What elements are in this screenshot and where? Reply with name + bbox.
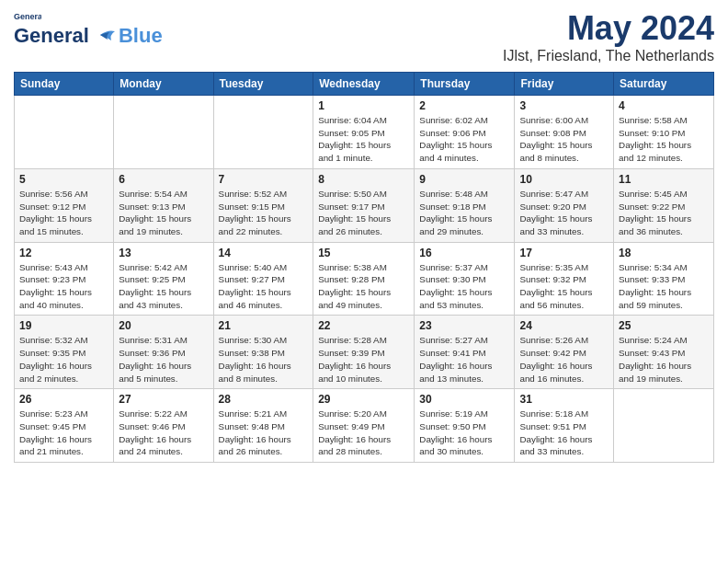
- calendar-cell: 22Sunrise: 5:28 AMSunset: 9:39 PMDayligh…: [313, 316, 415, 389]
- day-info: Sunrise: 5:31 AMSunset: 9:36 PMDaylight:…: [119, 334, 208, 385]
- day-number: 8: [318, 173, 409, 186]
- day-info: Sunrise: 5:32 AMSunset: 9:35 PMDaylight:…: [19, 334, 108, 385]
- day-number: 21: [219, 319, 309, 332]
- day-info: Sunrise: 5:20 AMSunset: 9:49 PMDaylight:…: [318, 408, 409, 458]
- column-header-wednesday: Wednesday: [313, 73, 415, 96]
- calendar-week-row: 19Sunrise: 5:32 AMSunset: 9:35 PMDayligh…: [15, 316, 714, 389]
- day-info: Sunrise: 6:04 AMSunset: 9:05 PMDaylight:…: [318, 114, 409, 165]
- day-number: 27: [119, 393, 208, 406]
- day-info: Sunrise: 5:30 AMSunset: 9:38 PMDaylight:…: [219, 334, 309, 385]
- logo-blue: Blue: [119, 24, 163, 48]
- day-number: 1: [318, 99, 409, 112]
- logo-general: General: [14, 24, 89, 48]
- calendar-cell: 26Sunrise: 5:23 AMSunset: 9:45 PMDayligh…: [15, 389, 114, 463]
- calendar-cell: [213, 96, 313, 169]
- day-info: Sunrise: 5:48 AMSunset: 9:18 PMDaylight:…: [419, 188, 509, 238]
- day-number: 7: [219, 173, 309, 186]
- day-info: Sunrise: 5:45 AMSunset: 9:22 PMDaylight:…: [619, 188, 709, 238]
- day-number: 23: [419, 319, 509, 332]
- calendar-cell: 18Sunrise: 5:34 AMSunset: 9:33 PMDayligh…: [614, 242, 714, 316]
- day-info: Sunrise: 5:56 AMSunset: 9:12 PMDaylight:…: [19, 188, 108, 238]
- calendar-cell: 14Sunrise: 5:40 AMSunset: 9:27 PMDayligh…: [213, 242, 313, 316]
- column-header-tuesday: Tuesday: [213, 73, 313, 96]
- day-number: 3: [519, 99, 609, 112]
- day-number: 18: [619, 247, 709, 259]
- day-info: Sunrise: 6:00 AMSunset: 9:08 PMDaylight:…: [519, 114, 609, 165]
- day-info: Sunrise: 5:23 AMSunset: 9:45 PMDaylight:…: [19, 408, 108, 458]
- day-info: Sunrise: 5:21 AMSunset: 9:48 PMDaylight:…: [219, 408, 309, 458]
- calendar-cell: 12Sunrise: 5:43 AMSunset: 9:23 PMDayligh…: [15, 242, 114, 316]
- day-info: Sunrise: 5:34 AMSunset: 9:33 PMDaylight:…: [619, 261, 709, 312]
- day-info: Sunrise: 6:02 AMSunset: 9:06 PMDaylight:…: [419, 114, 509, 165]
- calendar-cell: 3Sunrise: 6:00 AMSunset: 9:08 PMDaylight…: [515, 96, 614, 169]
- calendar-header-row: SundayMondayTuesdayWednesdayThursdayFrid…: [15, 73, 714, 96]
- calendar-cell: 27Sunrise: 5:22 AMSunset: 9:46 PMDayligh…: [114, 389, 213, 463]
- day-info: Sunrise: 5:54 AMSunset: 9:13 PMDaylight:…: [119, 188, 208, 238]
- day-number: 28: [219, 393, 309, 406]
- calendar-cell: [15, 96, 114, 169]
- day-number: 4: [619, 99, 709, 112]
- day-number: 17: [519, 247, 609, 259]
- page-header: General General Blue May 2024 IJlst, Fri…: [14, 9, 714, 64]
- day-number: 14: [219, 247, 309, 259]
- calendar-cell: 23Sunrise: 5:27 AMSunset: 9:41 PMDayligh…: [415, 316, 515, 389]
- column-header-thursday: Thursday: [415, 73, 515, 96]
- calendar-cell: 16Sunrise: 5:37 AMSunset: 9:30 PMDayligh…: [415, 242, 515, 316]
- day-number: 13: [119, 247, 208, 259]
- day-number: 11: [619, 173, 709, 186]
- day-number: 19: [19, 319, 108, 332]
- day-number: 9: [419, 173, 509, 186]
- day-info: Sunrise: 5:26 AMSunset: 9:42 PMDaylight:…: [519, 334, 609, 385]
- day-number: 12: [19, 247, 108, 259]
- day-info: Sunrise: 5:35 AMSunset: 9:32 PMDaylight:…: [519, 261, 609, 312]
- calendar-cell: 1Sunrise: 6:04 AMSunset: 9:05 PMDaylight…: [313, 96, 415, 169]
- location: IJlst, Friesland, The Netherlands: [503, 48, 714, 64]
- column-header-monday: Monday: [114, 73, 213, 96]
- day-number: 5: [19, 173, 108, 186]
- day-info: Sunrise: 5:40 AMSunset: 9:27 PMDaylight:…: [219, 261, 309, 312]
- logo-bird-icon: [91, 28, 117, 44]
- calendar-cell: 5Sunrise: 5:56 AMSunset: 9:12 PMDaylight…: [15, 168, 114, 242]
- day-info: Sunrise: 5:24 AMSunset: 9:43 PMDaylight:…: [619, 334, 709, 385]
- calendar-week-row: 12Sunrise: 5:43 AMSunset: 9:23 PMDayligh…: [15, 242, 714, 316]
- day-number: 16: [419, 247, 509, 259]
- day-number: 2: [419, 99, 509, 112]
- calendar-cell: 24Sunrise: 5:26 AMSunset: 9:42 PMDayligh…: [515, 316, 614, 389]
- calendar-cell: 13Sunrise: 5:42 AMSunset: 9:25 PMDayligh…: [114, 242, 213, 316]
- calendar-table: SundayMondayTuesdayWednesdayThursdayFrid…: [14, 72, 714, 463]
- day-info: Sunrise: 5:43 AMSunset: 9:23 PMDaylight:…: [19, 261, 108, 312]
- column-header-saturday: Saturday: [614, 73, 714, 96]
- calendar-week-row: 5Sunrise: 5:56 AMSunset: 9:12 PMDaylight…: [15, 168, 714, 242]
- calendar-cell: 15Sunrise: 5:38 AMSunset: 9:28 PMDayligh…: [313, 242, 415, 316]
- calendar-cell: 28Sunrise: 5:21 AMSunset: 9:48 PMDayligh…: [213, 389, 313, 463]
- day-number: 26: [19, 393, 108, 406]
- logo: General General Blue: [14, 9, 163, 48]
- calendar-cell: 6Sunrise: 5:54 AMSunset: 9:13 PMDaylight…: [114, 168, 213, 242]
- calendar-cell: 9Sunrise: 5:48 AMSunset: 9:18 PMDaylight…: [415, 168, 515, 242]
- calendar-cell: 29Sunrise: 5:20 AMSunset: 9:49 PMDayligh…: [313, 389, 415, 463]
- day-info: Sunrise: 5:37 AMSunset: 9:30 PMDaylight:…: [419, 261, 509, 312]
- calendar-week-row: 1Sunrise: 6:04 AMSunset: 9:05 PMDaylight…: [15, 96, 714, 169]
- day-number: 15: [318, 247, 409, 259]
- calendar-cell: 10Sunrise: 5:47 AMSunset: 9:20 PMDayligh…: [515, 168, 614, 242]
- day-info: Sunrise: 5:22 AMSunset: 9:46 PMDaylight:…: [119, 408, 208, 458]
- day-info: Sunrise: 5:50 AMSunset: 9:17 PMDaylight:…: [318, 188, 409, 238]
- day-number: 30: [419, 393, 509, 406]
- calendar-cell: [614, 389, 714, 463]
- day-info: Sunrise: 5:18 AMSunset: 9:51 PMDaylight:…: [519, 408, 609, 458]
- calendar-cell: 8Sunrise: 5:50 AMSunset: 9:17 PMDaylight…: [313, 168, 415, 242]
- day-number: 25: [619, 319, 709, 332]
- day-number: 10: [519, 173, 609, 186]
- title-section: May 2024 IJlst, Friesland, The Netherlan…: [503, 9, 714, 64]
- day-number: 6: [119, 173, 208, 186]
- calendar-cell: 20Sunrise: 5:31 AMSunset: 9:36 PMDayligh…: [114, 316, 213, 389]
- calendar-cell: [114, 96, 213, 169]
- day-number: 31: [519, 393, 609, 406]
- day-info: Sunrise: 5:27 AMSunset: 9:41 PMDaylight:…: [419, 334, 509, 385]
- calendar-week-row: 26Sunrise: 5:23 AMSunset: 9:45 PMDayligh…: [15, 389, 714, 463]
- day-info: Sunrise: 5:58 AMSunset: 9:10 PMDaylight:…: [619, 114, 709, 165]
- calendar-cell: 11Sunrise: 5:45 AMSunset: 9:22 PMDayligh…: [614, 168, 714, 242]
- day-number: 20: [119, 319, 208, 332]
- calendar-cell: 30Sunrise: 5:19 AMSunset: 9:50 PMDayligh…: [415, 389, 515, 463]
- day-info: Sunrise: 5:47 AMSunset: 9:20 PMDaylight:…: [519, 188, 609, 238]
